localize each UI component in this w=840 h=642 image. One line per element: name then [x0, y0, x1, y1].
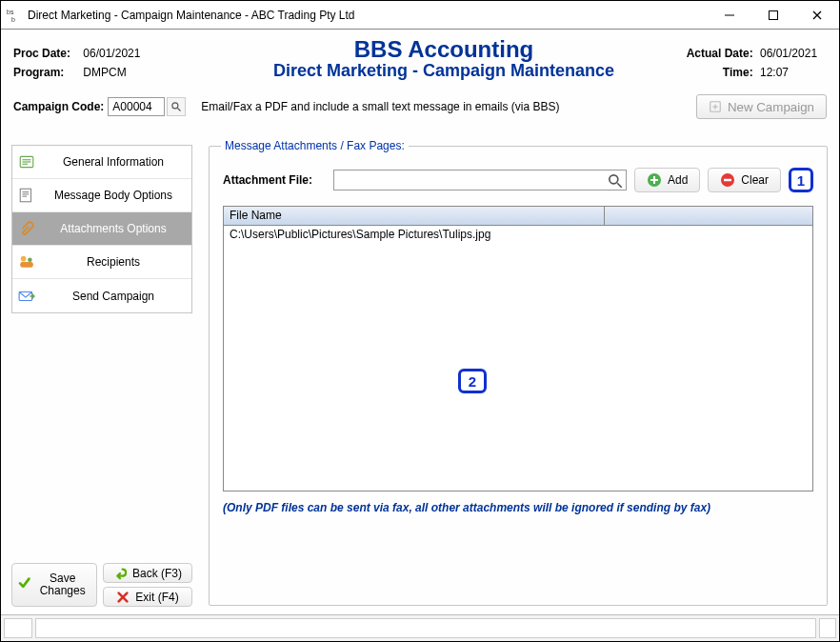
- callout-1: 1: [789, 168, 813, 192]
- campaign-code-input[interactable]: [108, 97, 165, 116]
- svg-point-20: [28, 258, 32, 263]
- campaign-description: Email/Fax a PDF and include a small text…: [201, 100, 696, 113]
- svg-text:b: b: [11, 16, 15, 23]
- body: General Information Message Body Options…: [11, 145, 829, 607]
- table-row[interactable]: C:\Users\Public\Pictures\Sample Pictures…: [224, 226, 812, 243]
- back-button[interactable]: Back (F3): [103, 563, 192, 583]
- client-area: Proc Date: 06/01/2021 BBS Accounting Act…: [2, 30, 838, 612]
- status-cell: [4, 618, 32, 638]
- sidebar-item-message-body-options[interactable]: Message Body Options: [12, 179, 191, 212]
- save-changes-button[interactable]: Save Changes: [11, 563, 97, 607]
- window-controls: [708, 1, 839, 30]
- proc-date-value: 06/01/2021: [83, 47, 140, 60]
- clear-icon: [720, 172, 735, 188]
- fax-note: (Only PDF files can be sent via fax, all…: [223, 501, 813, 514]
- new-campaign-icon: [709, 100, 722, 113]
- maximize-button[interactable]: [751, 1, 795, 30]
- exit-button[interactable]: Exit (F4): [103, 587, 192, 607]
- add-label: Add: [668, 173, 688, 187]
- message-icon: [18, 187, 35, 204]
- save-changes-label: Save Changes: [34, 572, 90, 597]
- new-campaign-label: New Campaign: [728, 100, 814, 114]
- actual-date-label: Actual Date:: [687, 47, 753, 60]
- cell-file-name: C:\Users\Public\Pictures\Sample Pictures…: [224, 226, 496, 243]
- add-button[interactable]: Add: [634, 168, 700, 192]
- app-icon: bsb: [7, 8, 22, 23]
- svg-rect-3: [770, 10, 778, 19]
- attachment-file-label: Attachment File:: [223, 173, 326, 187]
- header: Proc Date: 06/01/2021 BBS Accounting Act…: [2, 30, 838, 85]
- close-button[interactable]: [795, 1, 839, 30]
- actual-date-value: 06/01/2021: [760, 47, 827, 60]
- info-icon: [18, 153, 35, 171]
- sidebar-item-send-campaign[interactable]: Send Campaign: [12, 279, 191, 312]
- attachment-icon: [18, 220, 35, 237]
- nav-list: General Information Message Body Options…: [11, 145, 192, 313]
- status-cell: [819, 618, 836, 638]
- sidebar-item-label: Attachments Options: [41, 222, 186, 235]
- attachment-row: Attachment File: Add Clear 1: [223, 168, 813, 192]
- time-value: 12:07: [760, 66, 827, 79]
- check-icon: [18, 576, 30, 593]
- clear-label: Clear: [741, 173, 769, 187]
- campaign-lookup-button[interactable]: [167, 97, 186, 116]
- attachments-groupbox: Message Attachments / Fax Pages: Attachm…: [209, 146, 828, 606]
- add-icon: [647, 172, 662, 188]
- back-label: Back (F3): [132, 567, 182, 580]
- content: Message Attachments / Fax Pages: Attachm…: [208, 145, 829, 607]
- recipients-icon: [18, 253, 35, 271]
- svg-rect-15: [20, 189, 30, 202]
- status-bar: [1, 614, 839, 641]
- sidebar-item-label: General Information: [41, 155, 186, 169]
- column-file-name[interactable]: File Name: [224, 207, 605, 225]
- attachment-browse-button[interactable]: [607, 172, 624, 190]
- sidebar-item-recipients[interactable]: Recipients: [12, 246, 191, 279]
- sidebar-item-general-information[interactable]: General Information: [12, 146, 191, 179]
- send-icon: [18, 288, 35, 305]
- program-label: Program:: [13, 66, 80, 79]
- status-cell: [35, 618, 816, 638]
- app-subtitle: Direct Marketing - Campaign Maintenance: [232, 61, 655, 81]
- svg-text:bs: bs: [7, 9, 14, 15]
- program-value: DMPCM: [83, 66, 126, 79]
- groupbox-title: Message Attachments / Fax Pages:: [221, 139, 409, 152]
- svg-rect-21: [20, 262, 33, 268]
- table-header: File Name: [224, 207, 812, 226]
- svg-line-7: [178, 109, 181, 111]
- title-bar: bsb Direct Marketing - Campaign Maintena…: [1, 1, 839, 30]
- campaign-row: Campaign Code: Email/Fax a PDF and inclu…: [2, 85, 838, 127]
- callout-2: 2: [458, 369, 487, 393]
- clear-button[interactable]: Clear: [708, 168, 781, 192]
- svg-point-6: [172, 103, 178, 109]
- sidebar: General Information Message Body Options…: [11, 145, 192, 607]
- time-label: Time:: [723, 66, 753, 79]
- back-icon: [113, 567, 127, 580]
- app-title: BBS Accounting: [232, 36, 655, 63]
- sidebar-item-label: Message Body Options: [41, 189, 186, 202]
- proc-date-label: Proc Date:: [13, 47, 80, 60]
- sidebar-item-attachments-options[interactable]: Attachments Options: [12, 212, 191, 246]
- minimize-button[interactable]: [708, 1, 751, 30]
- attachments-table[interactable]: File Name C:\Users\Public\Pictures\Sampl…: [223, 206, 813, 492]
- new-campaign-button[interactable]: New Campaign: [696, 94, 827, 119]
- campaign-code-label: Campaign Code:: [13, 100, 104, 113]
- window-title: Direct Marketing - Campaign Maintenance …: [28, 9, 708, 22]
- svg-line-26: [617, 183, 622, 188]
- svg-point-25: [610, 175, 618, 184]
- exit-label: Exit (F4): [135, 591, 178, 604]
- attachment-file-input[interactable]: [333, 170, 627, 191]
- sidebar-item-label: Send Campaign: [41, 290, 186, 303]
- sidebar-buttons: Save Changes Back (F3) Exit (F4): [11, 563, 192, 607]
- exit-icon: [116, 591, 130, 604]
- sidebar-item-label: Recipients: [41, 255, 186, 269]
- svg-point-19: [21, 256, 27, 262]
